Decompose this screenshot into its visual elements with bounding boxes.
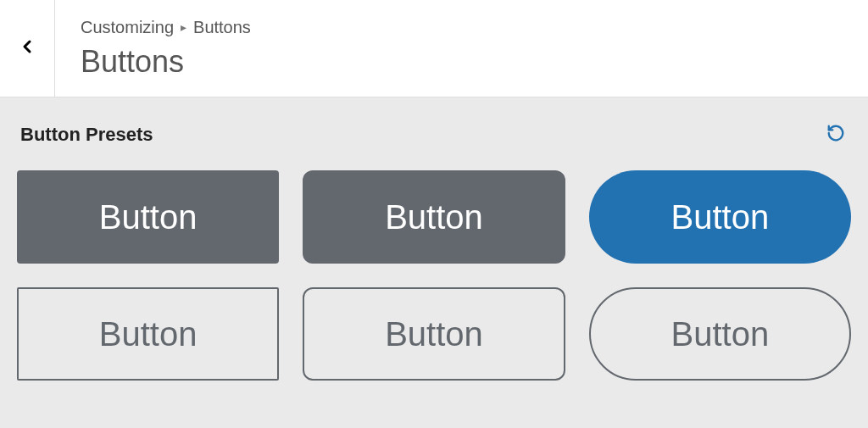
section-header: Button Presets [17,123,851,147]
breadcrumb-root: Customizing [81,18,174,37]
preset-label: Button [99,315,198,353]
preset-label: Button [671,198,770,236]
preset-label: Button [385,198,483,236]
customizer-header: Customizing ▸ Buttons Buttons [0,0,868,97]
breadcrumb: Customizing ▸ Buttons [81,18,251,37]
breadcrumb-current: Buttons [193,18,251,37]
reset-button[interactable] [824,123,848,147]
preset-label: Button [671,315,770,353]
header-content: Customizing ▸ Buttons Buttons [55,0,276,97]
preset-solid-dark-rounded[interactable]: Button [303,170,565,264]
section-title: Button Presets [20,124,153,146]
caret-right-icon: ▸ [181,20,186,34]
back-button[interactable] [0,0,55,97]
chevron-left-icon [17,36,37,60]
preset-label: Button [99,198,198,236]
customizer-panel: Button Presets Button Button Button Butt… [0,97,868,428]
reset-icon [826,124,845,146]
preset-outline-rounded[interactable]: Button [303,287,565,381]
preset-solid-blue-pill[interactable]: Button [589,170,851,264]
preset-outline-square[interactable]: Button [17,287,279,381]
preset-label: Button [385,315,483,353]
presets-grid: Button Button Button Button Button Butto… [17,170,851,381]
page-title: Buttons [81,44,251,80]
preset-solid-dark-square[interactable]: Button [17,170,279,264]
preset-outline-pill[interactable]: Button [589,287,851,381]
